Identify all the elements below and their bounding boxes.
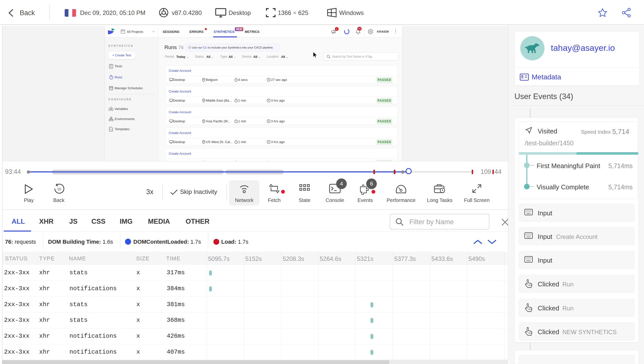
svg-text:10: 10: [57, 187, 61, 191]
